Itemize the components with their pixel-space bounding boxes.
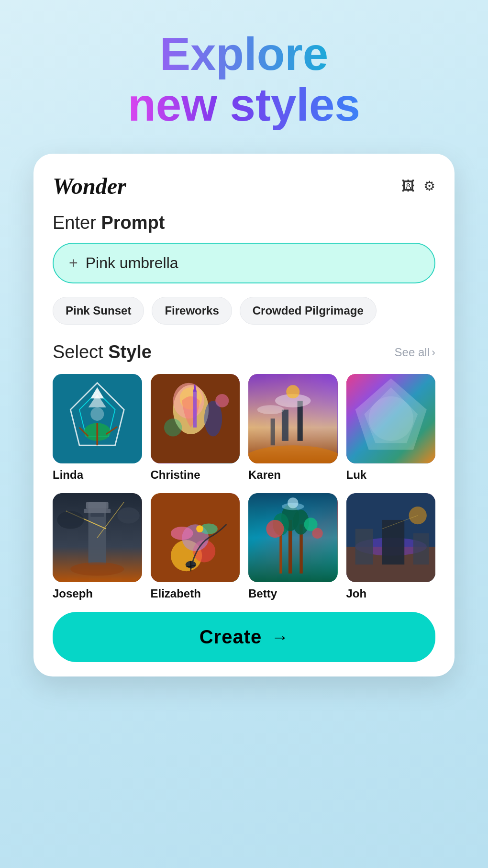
style-name-karen: Karen <box>248 468 338 482</box>
style-grid-row2: Joseph Elizabeth <box>53 493 435 601</box>
style-name-linda: Linda <box>53 468 142 482</box>
svg-rect-67 <box>355 529 373 564</box>
svg-point-18 <box>215 394 229 407</box>
style-item-luk[interactable]: Luk <box>346 374 436 482</box>
style-item-john[interactable]: Joh <box>346 493 436 601</box>
chip-fireworks[interactable]: Fireworks <box>152 297 232 325</box>
plus-icon: + <box>69 254 78 272</box>
section-title-normal: Select <box>53 342 108 362</box>
svg-rect-69 <box>413 533 429 564</box>
style-name-joseph: Joseph <box>53 587 142 600</box>
style-item-joseph[interactable]: Joseph <box>53 493 142 601</box>
hero-section: Explore new styles <box>128 29 360 130</box>
svg-point-17 <box>164 418 181 436</box>
svg-rect-34 <box>86 502 109 508</box>
prompt-label-bold: Prompt <box>101 213 165 233</box>
svg-point-31 <box>368 396 413 441</box>
style-item-christine[interactable]: Christine <box>151 374 240 482</box>
svg-rect-35 <box>84 508 111 513</box>
style-image-betty <box>248 493 338 583</box>
svg-point-9 <box>90 407 104 421</box>
style-grid-row1: Linda Christine <box>53 374 435 482</box>
svg-point-46 <box>170 527 193 540</box>
section-header: Select Style See all › <box>53 342 435 362</box>
section-title-bold: Style <box>108 342 152 362</box>
svg-point-40 <box>57 511 84 529</box>
prompt-label-normal: Enter <box>53 213 101 233</box>
style-name-john: Joh <box>346 587 436 600</box>
svg-point-61 <box>312 528 322 538</box>
gallery-icon[interactable]: 🖼 <box>401 178 415 194</box>
svg-point-39 <box>70 562 124 575</box>
svg-point-63 <box>288 497 298 508</box>
svg-rect-36 <box>90 513 104 517</box>
style-item-karen[interactable]: Karen <box>248 374 338 482</box>
settings-icon[interactable]: ⚙ <box>423 178 435 194</box>
svg-rect-23 <box>271 418 275 445</box>
style-name-elizabeth: Elizabeth <box>151 587 240 600</box>
svg-point-26 <box>286 385 299 399</box>
app-card: Wonder 🖼 ⚙ Enter Prompt + Pink umbrella … <box>33 154 455 676</box>
svg-point-25 <box>257 405 284 414</box>
svg-rect-68 <box>382 520 404 564</box>
section-title: Select Style <box>53 342 152 362</box>
see-all-button[interactable]: See all › <box>395 346 435 359</box>
prompt-label: Enter Prompt <box>53 213 435 233</box>
style-image-john <box>346 493 436 583</box>
svg-point-48 <box>196 525 203 532</box>
app-logo: Wonder <box>53 173 126 199</box>
chip-crowded-pilgrimage[interactable]: Crowded Pilgrimage <box>240 297 377 325</box>
create-button[interactable]: Create → <box>53 612 435 662</box>
svg-point-41 <box>117 507 140 524</box>
chip-pink-sunset[interactable]: Pink Sunset <box>53 297 144 325</box>
style-item-elizabeth[interactable]: Elizabeth <box>151 493 240 601</box>
style-name-christine: Christine <box>151 468 240 482</box>
hero-line2: new styles <box>128 79 360 130</box>
svg-rect-14 <box>193 392 196 428</box>
style-name-betty: Betty <box>248 587 338 600</box>
app-header: Wonder 🖼 ⚙ <box>53 173 435 199</box>
svg-rect-21 <box>282 410 288 441</box>
style-item-linda[interactable]: Linda <box>53 374 142 482</box>
chevron-right-icon: › <box>432 346 435 359</box>
style-image-joseph <box>53 493 142 583</box>
hero-line1: Explore <box>128 29 360 79</box>
style-image-elizabeth <box>151 493 240 583</box>
suggestion-chips: Pink Sunset Fireworks Crowded Pilgrimage <box>53 297 435 325</box>
prompt-value: Pink umbrella <box>86 254 178 272</box>
header-icons: 🖼 ⚙ <box>401 178 435 194</box>
style-image-luk <box>346 374 436 463</box>
style-item-betty[interactable]: Betty <box>248 493 338 601</box>
create-label: Create <box>200 626 262 648</box>
style-image-linda <box>53 374 142 463</box>
svg-point-59 <box>266 520 284 538</box>
prompt-input-box[interactable]: + Pink umbrella <box>53 243 435 283</box>
create-arrow-icon: → <box>271 627 288 647</box>
style-name-luk: Luk <box>346 468 436 482</box>
style-image-christine <box>151 374 240 463</box>
style-image-karen <box>248 374 338 463</box>
